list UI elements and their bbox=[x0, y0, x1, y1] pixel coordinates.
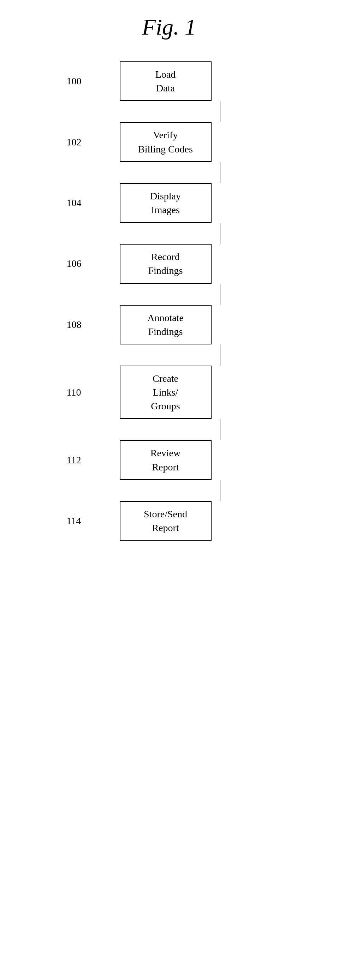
step-box-106: Record Findings bbox=[120, 244, 212, 283]
step-box-104: Display Images bbox=[120, 183, 212, 223]
step-label-112: 112 bbox=[67, 455, 102, 466]
step-label-114: 114 bbox=[67, 515, 102, 527]
step-box-110: Create Links/ Groups bbox=[120, 366, 212, 419]
flowchart: 100Load Data102Verify Billing Codes104Di… bbox=[63, 61, 275, 541]
flow-step-108: 108Annotate Findings bbox=[63, 305, 275, 344]
connector-102 bbox=[220, 162, 220, 183]
page-container: Fig. 1 100Load Data102Verify Billing Cod… bbox=[0, 0, 338, 980]
connector-112 bbox=[220, 480, 220, 501]
step-label-106: 106 bbox=[67, 258, 102, 269]
connector-110 bbox=[220, 419, 220, 440]
step-label-104: 104 bbox=[67, 197, 102, 208]
flow-step-106: 106Record Findings bbox=[63, 244, 275, 283]
step-label-100: 100 bbox=[67, 76, 102, 87]
flow-step-114: 114Store/Send Report bbox=[63, 501, 275, 541]
flow-step-104: 104Display Images bbox=[63, 183, 275, 223]
flow-step-102: 102Verify Billing Codes bbox=[63, 122, 275, 162]
flow-step-100: 100Load Data bbox=[63, 61, 275, 101]
connector-108 bbox=[220, 344, 220, 366]
flow-step-110: 110Create Links/ Groups bbox=[63, 366, 275, 419]
figure-title: Fig. 1 bbox=[142, 14, 196, 40]
flow-step-112: 112Review Report bbox=[63, 440, 275, 480]
step-label-108: 108 bbox=[67, 319, 102, 330]
step-box-100: Load Data bbox=[120, 61, 212, 101]
step-label-102: 102 bbox=[67, 137, 102, 148]
step-box-108: Annotate Findings bbox=[120, 305, 212, 344]
connector-106 bbox=[220, 284, 220, 305]
step-box-102: Verify Billing Codes bbox=[120, 122, 212, 162]
connector-100 bbox=[220, 101, 220, 122]
step-box-114: Store/Send Report bbox=[120, 501, 212, 541]
step-box-112: Review Report bbox=[120, 440, 212, 480]
connector-104 bbox=[220, 223, 220, 244]
step-label-110: 110 bbox=[67, 387, 102, 398]
